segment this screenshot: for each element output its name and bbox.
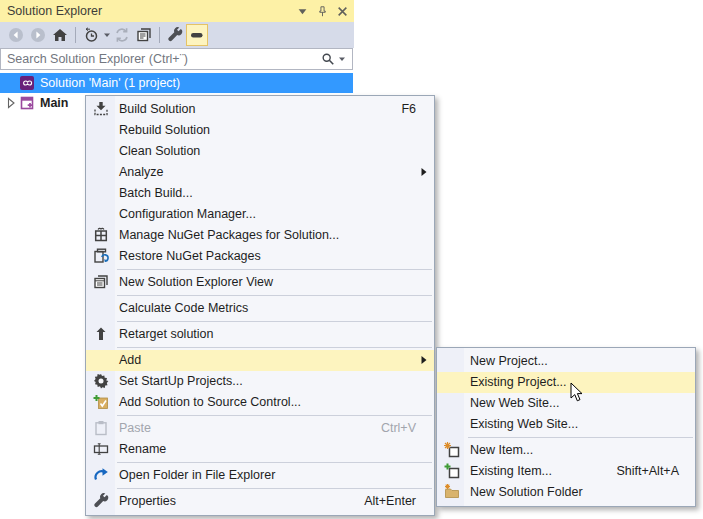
menu-item-shortcut: Alt+Enter [364,491,416,512]
menu-item-existing-project[interactable]: Existing Project... [437,372,695,393]
menu-item-manage-nuget-packages[interactable]: Manage NuGet Packages for Solution... [86,225,434,246]
pending-changes-filter-button[interactable] [80,24,102,46]
existing-item-icon [444,463,460,479]
tree-item-label: Solution 'Main' (1 project) [40,76,180,90]
menu-item-label: Manage NuGet Packages for Solution... [119,228,339,242]
sync-with-active-document-icon [114,27,130,43]
menu-item-label: Batch Build... [119,186,193,200]
pending-changes-filter-icon [83,27,99,43]
tree-item-label: Main [40,96,68,110]
menu-item-retarget-solution[interactable]: Retarget solution [86,324,434,345]
solution-context-menu: Build SolutionF6Rebuild SolutionClean So… [85,95,435,516]
menu-item-new-web-site[interactable]: New Web Site... [437,393,695,414]
menu-item-label: Add Solution to Source Control... [119,395,301,409]
menu-item-label: Open Folder in File Explorer [119,468,275,482]
menu-item-calculate-code-metrics[interactable]: Calculate Code Metrics [86,298,434,319]
menu-item-restore-nuget-packages[interactable]: Restore NuGet Packages [86,246,434,267]
add-submenu: New Project...Existing Project...New Web… [436,347,696,507]
menu-separator [117,295,432,296]
menu-item-rename[interactable]: Rename [86,439,434,460]
new-view-icon [93,274,109,290]
search-options-caret-icon[interactable] [338,55,346,63]
menu-item-label: New Item... [470,443,533,457]
menu-item-shortcut: Ctrl+V [381,418,416,439]
search-icon[interactable] [321,52,335,66]
rename-icon [93,441,109,457]
menu-item-shortcut: F6 [401,99,416,120]
pin-icon[interactable] [317,6,328,17]
wrench-icon [93,493,109,509]
back-button [5,24,27,46]
forward-button [27,24,49,46]
menu-item-build-solution[interactable]: Build SolutionF6 [86,99,434,120]
menu-item-new-solution-explorer-view[interactable]: New Solution Explorer View [86,272,434,293]
new-item-icon [444,442,460,458]
menu-item-label: Configuration Manager... [119,207,256,221]
menu-item-label: Retarget solution [119,327,214,341]
menu-item-new-project[interactable]: New Project... [437,351,695,372]
menu-item-existing-web-site[interactable]: Existing Web Site... [437,414,695,435]
menu-item-shortcut: Shift+Alt+A [616,461,679,482]
menu-item-label: Restore NuGet Packages [119,249,261,263]
expander-icon[interactable] [3,95,19,111]
screen: Solution Explorer Solution 'Main' (1 pro… [0,0,703,519]
menu-item-new-solution-folder[interactable]: New Solution Folder [437,482,695,503]
toolbar [0,22,354,48]
submenu-arrow-icon [420,355,428,365]
toolbar-separator [159,27,160,43]
open-folder-icon [93,467,109,483]
gear-icon [93,373,109,389]
window-position-chevron-icon[interactable] [297,6,308,17]
search-input[interactable] [1,52,321,66]
menu-item-set-startup-projects[interactable]: Set StartUp Projects... [86,371,434,392]
back-icon [8,27,24,43]
close-icon[interactable] [337,6,348,17]
menu-item-label: Existing Item... [470,464,552,478]
menu-item-configuration-manager[interactable]: Configuration Manager... [86,204,434,225]
forward-icon [30,27,46,43]
collapse-all-button[interactable] [133,24,155,46]
menu-item-properties[interactable]: PropertiesAlt+Enter [86,491,434,512]
menu-item-label: Add [119,353,141,367]
home-icon [52,27,68,43]
menu-item-label: Properties [119,494,176,508]
preview-selected-items-button[interactable] [186,24,208,46]
panel-title: Solution Explorer [7,4,297,18]
menu-item-label: Build Solution [119,102,195,116]
solution-icon [19,75,35,91]
menu-item-add-solution-to-source-control[interactable]: Add Solution to Source Control... [86,392,434,413]
titlebar: Solution Explorer [0,0,354,22]
home-button[interactable] [49,24,71,46]
menu-separator [117,415,432,416]
pending-changes-filter-caret-icon[interactable] [103,31,111,39]
menu-item-paste: PasteCtrl+V [86,418,434,439]
menu-separator [117,488,432,489]
properties-button[interactable] [164,24,186,46]
menu-item-label: New Solution Explorer View [119,275,273,289]
tree-row[interactable]: Solution 'Main' (1 project) [0,73,353,93]
paste-icon [93,420,109,436]
project-icon [19,95,35,111]
menu-separator [117,462,432,463]
nuget-icon [93,227,109,243]
menu-item-rebuild-solution[interactable]: Rebuild Solution [86,120,434,141]
search-box [0,48,353,70]
menu-item-open-folder-in-file-explorer[interactable]: Open Folder in File Explorer [86,465,434,486]
source-control-icon [93,394,109,410]
menu-item-clean-solution[interactable]: Clean Solution [86,141,434,162]
menu-item-analyze[interactable]: Analyze [86,162,434,183]
menu-item-label: Existing Web Site... [470,417,578,431]
new-solution-folder-icon [444,484,460,500]
menu-item-label: Rebuild Solution [119,123,210,137]
menu-item-new-item[interactable]: New Item... [437,440,695,461]
collapse-all-icon [136,27,152,43]
menu-item-label: Analyze [119,165,163,179]
menu-item-label: New Project... [470,354,548,368]
menu-item-existing-item[interactable]: Existing Item...Shift+Alt+A [437,461,695,482]
mouse-cursor-icon [570,382,584,403]
menu-item-label: New Web Site... [470,396,559,410]
menu-item-batch-build[interactable]: Batch Build... [86,183,434,204]
menu-item-label: New Solution Folder [470,485,583,499]
build-icon [93,101,109,117]
menu-item-add[interactable]: Add [86,350,434,371]
